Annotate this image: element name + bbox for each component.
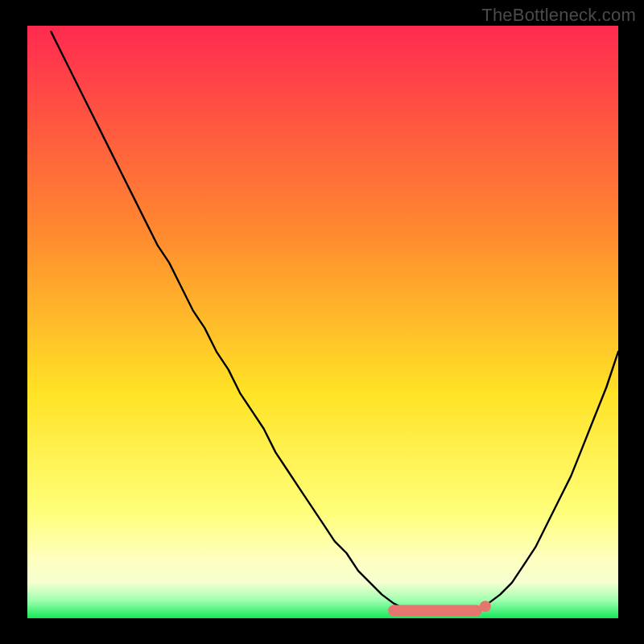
gradient-background	[27, 26, 618, 618]
chart-svg	[27, 26, 618, 618]
watermark-text: TheBottleneck.com	[481, 5, 636, 26]
plot-area	[27, 26, 618, 618]
sweet-spot-point-marker	[480, 601, 491, 612]
chart-frame: TheBottleneck.com	[0, 0, 644, 644]
